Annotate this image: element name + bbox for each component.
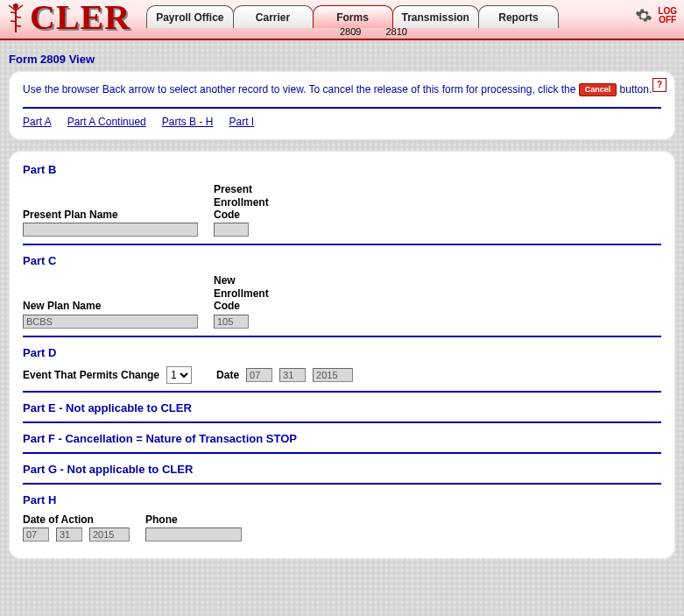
present-plan-name-input[interactable] bbox=[23, 223, 198, 237]
logoff-line2: OFF bbox=[659, 15, 676, 25]
new-enroll-code-field: New Enrollment Code bbox=[214, 274, 269, 328]
divider bbox=[23, 336, 661, 337]
tab-forms[interactable]: Forms bbox=[313, 5, 393, 28]
part-f-heading: Part F - Cancellation = Nature of Transa… bbox=[23, 432, 661, 445]
divider bbox=[23, 244, 661, 245]
settings-gear-icon[interactable] bbox=[635, 7, 652, 25]
part-b-fields: Present Plan Name Present Enrollment Cod… bbox=[23, 183, 661, 237]
main-tabs: Payroll Office Carrier Forms Transmissio… bbox=[146, 2, 558, 28]
event-permits-change-select[interactable]: 1 bbox=[166, 366, 192, 384]
part-c-fields: New Plan Name New Enrollment Code bbox=[23, 274, 661, 328]
part-d-date-dd[interactable] bbox=[279, 368, 306, 382]
instr-before: Use the browser Back arrow to select ano… bbox=[23, 83, 579, 96]
part-g-heading: Part G - Not applicable to CLER bbox=[23, 463, 661, 476]
caduceus-icon bbox=[5, 2, 26, 37]
part-d-date-mm[interactable] bbox=[246, 368, 272, 382]
part-h-heading: Part H bbox=[23, 493, 661, 506]
instruction-panel: ? Use the browser Back arrow to select a… bbox=[9, 71, 675, 140]
part-b-heading: Part B bbox=[23, 163, 661, 176]
link-part-a[interactable]: Part A bbox=[23, 116, 52, 128]
doa-dd[interactable] bbox=[56, 527, 82, 542]
divider bbox=[23, 421, 661, 423]
cancel-button[interactable]: Cancel bbox=[579, 83, 617, 96]
part-d-fields: Event That Permits Change 1 Date bbox=[23, 366, 661, 384]
date-of-action-inputs bbox=[23, 527, 130, 542]
divider bbox=[23, 483, 661, 485]
part-d-date-yyyy[interactable] bbox=[313, 368, 353, 382]
phone-field: Phone bbox=[145, 513, 242, 542]
form-panel: Part B Present Plan Name Present Enrollm… bbox=[9, 151, 675, 559]
doa-mm[interactable] bbox=[23, 527, 49, 542]
doa-yyyy[interactable] bbox=[89, 527, 130, 542]
instr-after: button. bbox=[620, 83, 652, 96]
link-part-i[interactable]: Part I bbox=[229, 116, 254, 128]
present-enroll-code-input[interactable] bbox=[214, 223, 249, 237]
divider bbox=[23, 452, 661, 454]
present-plan-name-field: Present Plan Name bbox=[23, 209, 198, 237]
svg-rect-1 bbox=[15, 8, 17, 32]
new-plan-name-field: New Plan Name bbox=[23, 300, 198, 328]
present-enroll-code-label: Present Enrollment Code bbox=[214, 183, 269, 221]
help-icon[interactable]: ? bbox=[652, 78, 666, 92]
phone-label: Phone bbox=[145, 513, 242, 526]
present-plan-name-label: Present Plan Name bbox=[23, 209, 198, 221]
date-of-action-field: Date of Action bbox=[23, 513, 130, 542]
present-enroll-code-field: Present Enrollment Code bbox=[214, 183, 269, 237]
date-of-action-label: Date of Action bbox=[23, 513, 130, 526]
tab-transmission[interactable]: Transmission bbox=[392, 5, 479, 28]
new-plan-name-input[interactable] bbox=[23, 315, 198, 329]
part-d-date-label: Date bbox=[216, 369, 239, 381]
app-header: CLER Payroll Office Carrier Forms Transm… bbox=[0, 0, 684, 40]
instruction-text: Use the browser Back arrow to select ano… bbox=[23, 81, 661, 98]
new-enroll-code-label: New Enrollment Code bbox=[214, 274, 269, 312]
tab-carrier[interactable]: Carrier bbox=[233, 5, 314, 28]
link-parts-b-h[interactable]: Parts B - H bbox=[162, 116, 214, 128]
event-permits-change-label: Event That Permits Change bbox=[23, 369, 159, 381]
part-h-fields: Date of Action Phone bbox=[23, 513, 661, 542]
tab-reports[interactable]: Reports bbox=[478, 5, 559, 28]
tab-payroll-office[interactable]: Payroll Office bbox=[146, 5, 233, 28]
part-d-heading: Part D bbox=[23, 346, 661, 359]
part-e-heading: Part E - Not applicable to CLER bbox=[23, 401, 661, 414]
phone-input[interactable] bbox=[145, 527, 242, 542]
new-plan-name-label: New Plan Name bbox=[23, 300, 198, 312]
link-part-a-continued[interactable]: Part A Continued bbox=[67, 116, 146, 128]
divider bbox=[23, 391, 661, 393]
logoff-button[interactable]: LOG OFF bbox=[658, 7, 677, 25]
app-logo: CLER bbox=[30, 0, 130, 35]
part-c-heading: Part C bbox=[23, 254, 661, 267]
page-title: Form 2809 View bbox=[9, 53, 684, 66]
anchor-links: Part A Part A Continued Parts B - H Part… bbox=[23, 107, 661, 128]
new-enroll-code-input[interactable] bbox=[214, 315, 249, 329]
